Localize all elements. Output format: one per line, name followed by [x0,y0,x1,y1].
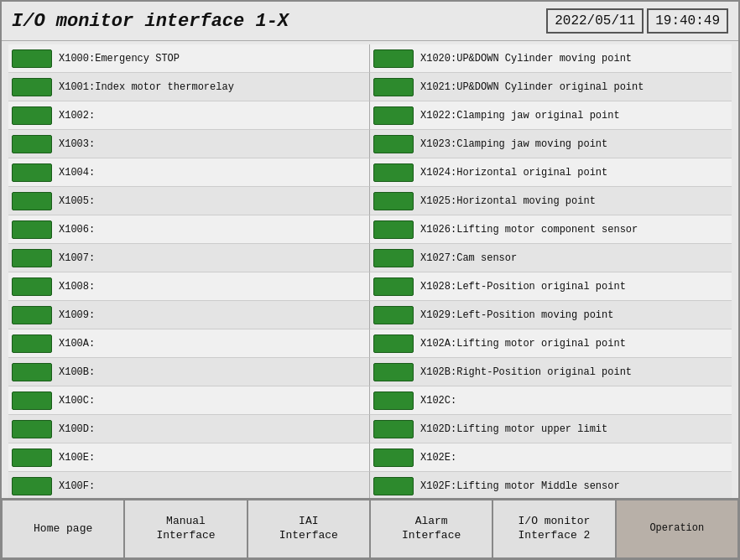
io-row-left: X1009: [8,301,370,329]
io-label: X1028:Left-Position original point [420,281,626,293]
io-row-left: X1000:Emergency STOP [8,44,370,73]
io-indicator [373,477,414,495]
io-row-left: X100E: [8,443,370,472]
io-label: X1008: [59,281,95,293]
bottom-nav: Home pageManualInterfaceIAIInterfaceAlar… [2,498,738,558]
io-indicator [373,220,414,239]
io-indicator [373,78,414,96]
io-row-left: X1002: [8,101,370,130]
io-label: X100D: [59,423,95,435]
io-label: X1006: [59,224,95,236]
io-label: X1021:UP&DOWN Cylinder original point [420,81,644,93]
content-area: X1000:Emergency STOPX1020:UP&DOWN Cylind… [2,41,738,498]
io-row-right: X1024:Horizontal original point [370,158,732,187]
io-row-right: X1029:Left-Position moving point [370,301,732,329]
io-indicator [373,277,414,296]
io-label: X100B: [59,366,95,378]
io-label: X1023:Clamping jaw moving point [420,138,607,150]
io-row-left: X1005: [8,187,370,215]
io-row-left: X1006: [8,215,370,244]
io-table: X1000:Emergency STOPX1020:UP&DOWN Cylind… [8,44,732,498]
io-indicator [12,192,52,210]
io-indicator [12,420,52,438]
nav-btn-manual[interactable]: ManualInterface [124,500,247,558]
io-row-right: X1025:Horizontal moving point [370,187,732,215]
io-indicator [12,220,52,239]
io-row-left: X1003: [8,130,370,158]
io-indicator [373,363,414,381]
io-label: X1025:Horizontal moving point [420,195,596,207]
io-row-right: X1026:Lifting motor component sensor [370,215,732,244]
io-row-right: X1028:Left-Position original point [370,272,732,301]
io-indicator [12,334,52,353]
io-label: X1001:Index motor thermorelay [59,81,234,93]
io-label: X102D:Lifting motor upper limit [420,423,607,435]
io-indicator [12,106,52,125]
io-row-left: X100B: [8,358,370,386]
io-label: X1022:Clamping jaw original point [420,110,620,122]
io-row-right: X102B:Right-Position original point [370,358,732,386]
io-row-right: X1022:Clamping jaw original point [370,101,732,130]
io-indicator [12,249,52,267]
io-indicator [12,306,52,324]
io-row-left: X100F: [8,472,370,498]
io-row-right: X1027:Cam sensor [370,244,732,272]
date-display: 2022/05/11 [546,8,644,34]
io-indicator [373,391,414,410]
io-indicator [373,49,414,68]
io-row-left: X100D: [8,415,370,443]
io-label: X1000:Emergency STOP [59,53,180,65]
io-row-right: X102A:Lifting motor original point [370,329,732,358]
io-label: X100E: [59,452,95,464]
io-indicator [373,192,414,210]
io-indicator [12,391,52,410]
io-row-right: X102C: [370,386,732,415]
io-row-right: X102D:Lifting motor upper limit [370,415,732,443]
io-label: X100F: [59,480,95,492]
io-indicator [12,477,52,495]
io-indicator [373,135,414,153]
io-label: X1003: [59,138,95,150]
io-label: X102B:Right-Position original point [420,366,632,378]
io-row-left: X1001:Index motor thermorelay [8,73,370,101]
io-label: X1024:Horizontal original point [420,167,607,179]
io-indicator [373,334,414,353]
nav-btn-io2[interactable]: I/O monitorInterface 2 [492,500,615,558]
io-indicator [12,449,52,467]
io-indicator [12,277,52,296]
io-row-right: X1021:UP&DOWN Cylinder original point [370,73,732,101]
nav-btn-iai[interactable]: IAIInterface [248,500,370,558]
io-row-right: X1023:Clamping jaw moving point [370,130,732,158]
io-label: X1002: [59,110,95,122]
page-title: I/O monitor interface 1-X [12,11,289,32]
nav-btn-alarm[interactable]: AlarmInterface [370,500,492,558]
io-indicator [373,106,414,125]
datetime-container: 2022/05/11 19:40:49 [546,8,728,34]
header: I/O monitor interface 1-X 2022/05/11 19:… [2,2,738,41]
io-indicator [12,78,52,96]
nav-btn-operation[interactable]: Operation [616,500,738,558]
io-indicator [12,163,52,182]
io-label: X102C: [420,395,456,407]
io-label: X1027:Cam sensor [420,252,517,264]
nav-btn-home[interactable]: Home page [2,500,124,558]
io-label: X1009: [59,309,95,321]
io-label: X102F:Lifting motor Middle sensor [420,480,620,492]
io-row-right: X1020:UP&DOWN Cylinder moving point [370,44,732,73]
io-label: X102A:Lifting motor original point [420,338,626,350]
io-indicator [373,449,414,467]
io-label: X1029:Left-Position moving point [420,309,613,321]
io-row-left: X100C: [8,386,370,415]
io-row-right: X102E: [370,443,732,472]
io-label: X1004: [59,167,95,179]
io-indicator [12,49,52,68]
io-label: X1026:Lifting motor component sensor [420,224,638,236]
io-label: X102E: [420,452,456,464]
io-row-left: X100A: [8,329,370,358]
io-indicator [373,163,414,182]
io-row-left: X1008: [8,272,370,301]
io-indicator [373,306,414,324]
io-label: X1005: [59,195,95,207]
io-row-right: X102F:Lifting motor Middle sensor [370,472,732,498]
main-container: I/O monitor interface 1-X 2022/05/11 19:… [0,0,740,560]
